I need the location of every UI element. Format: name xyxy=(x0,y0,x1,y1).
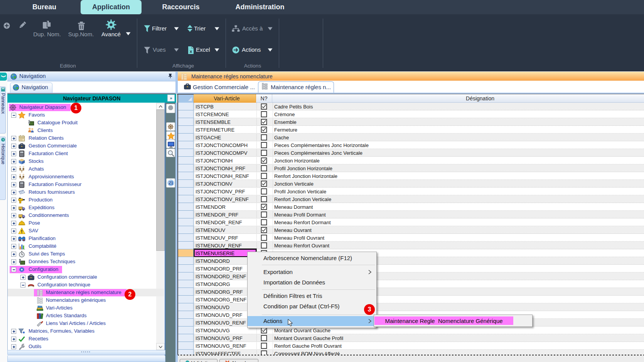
svg-text:x: x xyxy=(190,49,192,54)
svg-text:Z1: Z1 xyxy=(169,181,174,185)
